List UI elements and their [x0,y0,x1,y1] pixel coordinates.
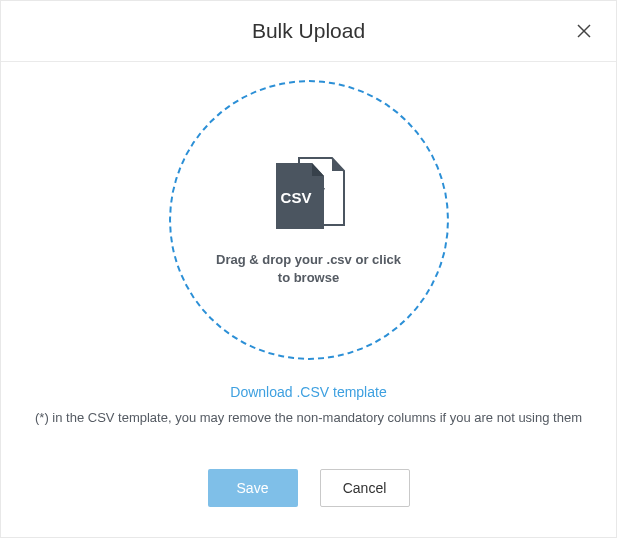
template-hint: (*) in the CSV template, you may remove … [35,410,582,425]
dropzone-instruction: Drag & drop your .csv or click to browse [214,251,404,287]
close-button[interactable] [570,17,598,45]
file-dropzone[interactable]: V CSV Drag & drop your .csv or click to … [169,80,449,360]
modal-body: V CSV Drag & drop your .csv or click to … [1,62,616,441]
bulk-upload-modal: Bulk Upload V [0,0,617,538]
modal-title: Bulk Upload [252,19,365,43]
cancel-button[interactable]: Cancel [320,469,410,507]
modal-footer: Save Cancel [1,441,616,537]
save-button[interactable]: Save [208,469,298,507]
csv-file-icon: V CSV [264,153,354,233]
modal-header: Bulk Upload [1,1,616,62]
download-template-link[interactable]: Download .CSV template [230,384,386,400]
svg-text:CSV: CSV [280,189,311,206]
close-icon [576,23,592,39]
